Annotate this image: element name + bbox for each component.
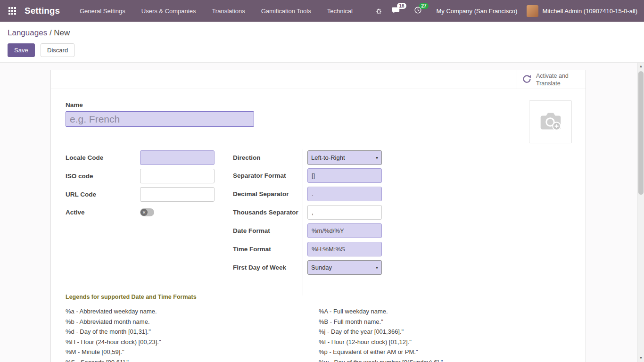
url-code-input[interactable] bbox=[140, 187, 215, 202]
top-menu: General Settings Users & Companies Trans… bbox=[80, 8, 353, 15]
activate-translate-button[interactable]: Activate and Translate bbox=[517, 70, 586, 89]
decimal-separator-label: Decimal Separator bbox=[233, 187, 301, 197]
date-format-row: Date Format bbox=[233, 223, 382, 238]
decimal-separator-row: Decimal Separator bbox=[233, 187, 382, 201]
camera-plus-icon bbox=[536, 107, 565, 138]
iso-code-label: ISO code bbox=[66, 169, 140, 180]
save-button[interactable]: Save bbox=[8, 43, 35, 57]
active-toggle[interactable]: ✕ bbox=[140, 208, 154, 216]
menu-users-companies[interactable]: Users & Companies bbox=[141, 8, 196, 15]
locale-code-label: Locale Code bbox=[66, 150, 140, 161]
legends-title: Legends for supported Date and Time Form… bbox=[66, 294, 197, 300]
vertical-scrollbar[interactable]: ▲ ▼ bbox=[637, 63, 644, 362]
url-code-label: URL Code bbox=[66, 187, 140, 198]
activities-menu[interactable]: 27 bbox=[414, 6, 422, 16]
time-format-input[interactable] bbox=[307, 242, 382, 256]
scroll-up-icon[interactable]: ▲ bbox=[637, 63, 644, 70]
legend-item: %d - Day of the month [01,31]." bbox=[66, 327, 319, 337]
active-row: Active ✕ bbox=[66, 205, 154, 216]
decimal-separator-input[interactable] bbox=[307, 187, 382, 201]
separator-format-input[interactable] bbox=[307, 168, 382, 183]
toggle-off-icon: ✕ bbox=[140, 209, 148, 216]
legends-left-column: %a - Abbreviated weekday name. %b - Abbr… bbox=[66, 306, 319, 362]
first-day-of-week-label: First Day of Week bbox=[233, 260, 301, 271]
systray: 16 27 My Company (San Francisco) Mitchel… bbox=[375, 5, 637, 17]
first-day-of-week-value: Sunday bbox=[311, 264, 332, 271]
thousands-separator-label: Thousands Separator bbox=[233, 205, 301, 216]
direction-value: Left-to-Right bbox=[311, 154, 345, 161]
legend-item: %p - Equivalent of either AM or PM." bbox=[319, 347, 572, 357]
language-form-sheet: Activate and Translate Name Locale Code bbox=[50, 70, 586, 362]
legend-item: %w - Day of the week number [0(Sunday),6… bbox=[319, 357, 572, 362]
legend-item: %B - Full month name." bbox=[319, 317, 572, 327]
legend-item: %I - Hour (12-hour clock) [01,12]." bbox=[319, 337, 572, 347]
user-menu[interactable]: Mitchell Admin (10907410-15-0-all) bbox=[527, 5, 637, 17]
messages-badge: 16 bbox=[397, 3, 406, 9]
time-format-label: Time Format bbox=[233, 242, 301, 253]
separator-format-row: Separator Format bbox=[233, 168, 382, 183]
name-label: Name bbox=[66, 101, 83, 108]
activities-badge: 27 bbox=[419, 3, 428, 9]
breadcrumb-current: New bbox=[54, 28, 70, 37]
legend-item: %A - Full weekday name. bbox=[319, 306, 572, 317]
menu-gamification-tools[interactable]: Gamification Tools bbox=[261, 8, 311, 15]
legend-item: %M - Minute [00,59]." bbox=[66, 347, 319, 357]
content-area: Activate and Translate Name Locale Code bbox=[0, 63, 644, 362]
top-navbar: Settings General Settings Users & Compan… bbox=[0, 0, 644, 22]
menu-translations[interactable]: Translations bbox=[212, 8, 245, 15]
name-input[interactable] bbox=[66, 111, 254, 127]
legends-grid: %a - Abbreviated weekday name. %b - Abbr… bbox=[66, 306, 572, 362]
menu-general-settings[interactable]: General Settings bbox=[80, 8, 125, 15]
locale-code-input[interactable] bbox=[140, 150, 215, 165]
iso-code-input[interactable] bbox=[140, 169, 215, 183]
legend-item: %S - Seconds [00,61]." bbox=[66, 357, 319, 362]
language-image-placeholder[interactable] bbox=[529, 100, 572, 143]
active-label: Active bbox=[66, 205, 140, 216]
iso-code-row: ISO code bbox=[66, 169, 215, 183]
legend-item: %H - Hour (24-hour clock) [00,23]." bbox=[66, 337, 319, 347]
legends-right-column: %A - Full weekday name. %B - Full month … bbox=[319, 306, 572, 362]
company-switcher[interactable]: My Company (San Francisco) bbox=[436, 8, 517, 15]
locale-code-row: Locale Code bbox=[66, 150, 215, 165]
time-format-row: Time Format bbox=[233, 242, 382, 256]
form-statusbar: Activate and Translate bbox=[51, 70, 586, 89]
menu-technical[interactable]: Technical bbox=[327, 8, 353, 15]
activate-label: Activate and Translate bbox=[536, 72, 581, 88]
messages-menu[interactable]: 16 bbox=[392, 6, 400, 16]
bug-icon[interactable] bbox=[375, 7, 382, 15]
direction-label: Direction bbox=[233, 150, 301, 161]
url-code-row: URL Code bbox=[66, 187, 215, 202]
scrollbar-thumb[interactable] bbox=[638, 71, 644, 195]
legend-item: %j - Day of the year [001,366]." bbox=[319, 327, 572, 337]
direction-row: Direction Left-to-Right ▾ bbox=[233, 150, 382, 165]
discard-button[interactable]: Discard bbox=[41, 43, 74, 57]
date-format-input[interactable] bbox=[307, 223, 382, 238]
chevron-down-icon: ▾ bbox=[376, 155, 378, 160]
control-panel: Languages / New Save Discard bbox=[0, 22, 644, 63]
first-day-of-week-row: First Day of Week Sunday ▾ bbox=[233, 260, 382, 275]
avatar bbox=[527, 5, 538, 17]
thousands-separator-row: Thousands Separator bbox=[233, 205, 382, 220]
separator-format-label: Separator Format bbox=[233, 168, 301, 179]
legend-item: %b - Abbreviated month name. bbox=[66, 317, 319, 327]
breadcrumb-languages-link[interactable]: Languages bbox=[8, 28, 47, 37]
scroll-down-icon[interactable]: ▼ bbox=[637, 354, 644, 362]
direction-select[interactable]: Left-to-Right ▾ bbox=[307, 150, 382, 165]
refresh-icon bbox=[522, 74, 532, 85]
first-day-of-week-select[interactable]: Sunday ▾ bbox=[307, 260, 382, 275]
chevron-down-icon: ▾ bbox=[376, 265, 378, 270]
legend-item: %a - Abbreviated weekday name. bbox=[66, 306, 319, 317]
breadcrumb-separator: / bbox=[50, 28, 52, 37]
user-name: Mitchell Admin (10907410-15-0-all) bbox=[542, 8, 637, 15]
date-format-label: Date Format bbox=[233, 223, 301, 234]
thousands-separator-input[interactable] bbox=[307, 205, 382, 220]
apps-menu-icon[interactable] bbox=[8, 7, 16, 15]
app-title[interactable]: Settings bbox=[25, 6, 60, 16]
breadcrumb: Languages / New bbox=[8, 28, 636, 38]
